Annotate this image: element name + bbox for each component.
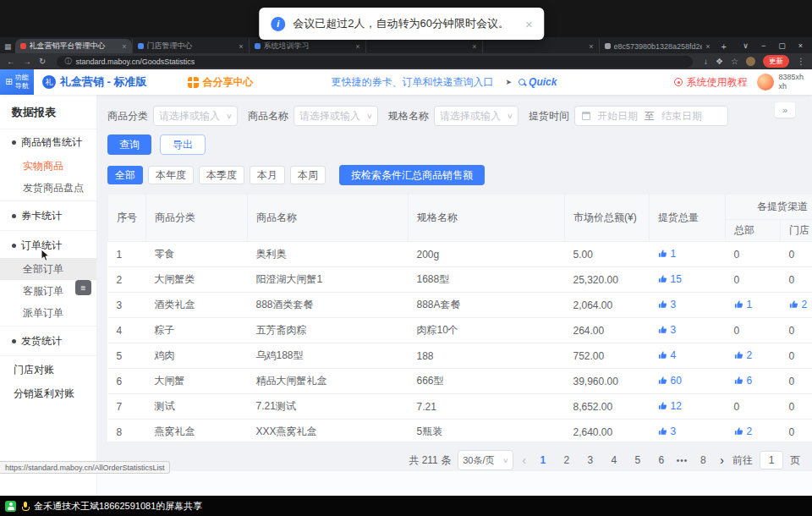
sidebar-group-voucher-stats[interactable]: 券卡统计 — [0, 203, 96, 228]
pickup-count-link[interactable]: 4 — [658, 349, 677, 361]
browser-tab[interactable]: × — [365, 39, 482, 53]
browser-app-icon[interactable]: ▦ — [4, 42, 12, 51]
spec-select[interactable]: 请选择或输入 ∨ — [434, 106, 518, 126]
browser-tab[interactable]: 系统培训学习 × — [249, 39, 365, 53]
quick-entry[interactable]: 更快捷的券卡、订单和快递查询入口 ➤ Quick — [332, 75, 557, 90]
browser-profile-avatar[interactable] — [746, 57, 755, 66]
cell-name: 乌鸡188型 — [248, 343, 409, 369]
page-size-select[interactable]: 30条/页 ∨ — [458, 450, 513, 470]
download-icon[interactable]: ↓ — [704, 57, 708, 66]
range-tab-year[interactable]: 本年度 — [148, 166, 194, 184]
date-start-placeholder: 开始日期 — [597, 109, 638, 124]
reload-icon[interactable]: ↻ — [39, 57, 46, 66]
cell-hq: 0 — [726, 394, 781, 420]
sidebar-section-title: 数据报表 — [0, 95, 96, 129]
site-info-icon[interactable]: ⓘ — [64, 57, 71, 66]
col-category: 商品分类 — [146, 195, 248, 242]
pickup-count-link[interactable]: 3 — [658, 324, 677, 336]
range-tab-month[interactable]: 本月 — [250, 166, 285, 184]
tab-favicon — [255, 43, 261, 49]
filter-spec: 规格名称 请选择或输入 ∨ — [388, 106, 518, 126]
range-tab-week[interactable]: 本周 — [290, 166, 326, 184]
chevron-down-icon: ∨ — [226, 113, 233, 120]
prev-page-button[interactable]: ‹ — [520, 453, 528, 467]
tutorial-link[interactable]: 系统使用教程 — [674, 75, 747, 90]
cell-total: 2,064.00 — [565, 293, 650, 318]
address-bar[interactable]: ⓘ standard.maboy.cn/GoodsStatistics — [57, 56, 693, 68]
hq-count-link[interactable]: 2 — [734, 425, 753, 437]
browser-tab[interactable]: 礼盒营销平台管理中心 × — [15, 39, 132, 53]
range-tab-all[interactable]: 全部 — [107, 166, 143, 184]
gift-icon — [188, 77, 199, 88]
hq-count-link[interactable]: 2 — [734, 349, 753, 361]
browser-menu-icon[interactable]: ⋮ — [797, 57, 805, 66]
sidebar-item-rebate-reconciliation[interactable]: 分销返利对账 — [0, 382, 96, 405]
col-market-total: 市场价总额(¥) — [565, 195, 650, 242]
browser-tab[interactable]: × — [482, 39, 599, 53]
page-button-5[interactable]: 5 — [629, 454, 646, 466]
pages-ellipsis[interactable]: ••• — [677, 456, 689, 465]
bookmark-star-icon[interactable]: ☆ — [731, 57, 738, 66]
sidebar-item-shipped-goods-check[interactable]: 发货商品盘点 — [0, 177, 96, 199]
window-minimize-button[interactable]: − — [761, 41, 765, 50]
page-button-1[interactable]: 1 — [535, 454, 551, 466]
pickup-count-link[interactable]: 60 — [658, 375, 682, 387]
new-tab-button[interactable]: + — [721, 41, 727, 52]
page-button-3[interactable]: 3 — [582, 454, 599, 466]
tab-search-chevron-icon[interactable]: ∨ — [743, 41, 749, 50]
summary-button[interactable]: 按检索条件汇总商品销售额 — [339, 165, 485, 185]
hq-count-link[interactable]: 1 — [734, 299, 753, 310]
back-icon[interactable]: ← — [7, 57, 15, 66]
page-button-6[interactable]: 6 — [653, 454, 670, 466]
close-icon[interactable]: × — [525, 17, 533, 31]
window-maximize-button[interactable]: ▢ — [778, 41, 786, 50]
date-range-picker[interactable]: 开始日期 至 结束日期 — [574, 106, 728, 126]
sidebar-group-goods-sales-stats[interactable]: 商品销售统计 — [0, 129, 96, 155]
query-button[interactable]: 查询 — [107, 134, 151, 155]
tab-close-icon[interactable]: × — [122, 42, 126, 51]
page-button-2[interactable]: 2 — [558, 454, 575, 466]
sidebar-item-store-reconciliation[interactable]: 门店对账 — [0, 358, 96, 382]
cell-spec: 200g — [409, 242, 565, 267]
tab-close-icon[interactable]: × — [705, 42, 710, 51]
tab-title: 门店管理中心 — [147, 41, 236, 52]
tab-close-icon[interactable]: × — [239, 42, 243, 51]
browser-tab[interactable]: e8c573980b1328a258fd2e6l × — [599, 39, 716, 53]
panel-collapse-button[interactable]: » — [775, 102, 795, 118]
sidebar-item-dispatch-orders[interactable]: 派单订单 — [0, 302, 96, 324]
cell-name: 7.21测试 — [248, 394, 409, 420]
browser-update-button[interactable]: 更新 — [763, 55, 789, 68]
pickup-count-link[interactable]: 12 — [658, 400, 682, 412]
bullet-icon — [12, 214, 16, 218]
hq-count-link[interactable]: 6 — [734, 375, 753, 387]
sidebar-group-shipping-stats[interactable]: 发货统计 — [0, 328, 96, 354]
sidebar-item-physical-goods[interactable]: 实物商品 — [0, 155, 96, 177]
forward-icon[interactable]: → — [23, 57, 31, 66]
pickup-count-link[interactable]: 1 — [658, 248, 677, 260]
page-button-8[interactable]: 8 — [694, 454, 711, 466]
page-button-4[interactable]: 4 — [606, 454, 623, 466]
next-page-button[interactable]: › — [718, 453, 726, 467]
store-count-link[interactable]: 2 — [789, 299, 808, 310]
extensions-icon[interactable]: ❖ — [716, 57, 723, 66]
category-select[interactable]: 请选择或输入 ∨ — [153, 106, 238, 126]
window-close-button[interactable]: × — [798, 41, 803, 50]
filter-label: 规格名称 — [388, 109, 429, 124]
goods-name-select[interactable]: 请选择或输入 ∨ — [294, 106, 378, 126]
export-button[interactable]: 导出 — [160, 134, 206, 155]
tab-close-icon[interactable]: × — [472, 42, 476, 51]
tab-close-icon[interactable]: × — [589, 42, 593, 51]
pickup-count-link[interactable]: 3 — [658, 299, 677, 310]
goto-page-input[interactable] — [760, 451, 783, 469]
user-info[interactable]: 8385xh xh — [778, 73, 804, 91]
browser-tab[interactable]: 门店管理中心 × — [132, 39, 249, 53]
pickup-count-link[interactable]: 3 — [658, 425, 677, 437]
pickup-count-link[interactable]: 15 — [658, 273, 682, 285]
sidebar-collapse-handle[interactable]: ≡ — [75, 280, 91, 295]
share-center-link[interactable]: 合分享中心 — [188, 75, 254, 90]
range-tab-quarter[interactable]: 本季度 — [199, 166, 244, 184]
function-nav-toggle[interactable]: ⊞ 功能导航 — [0, 69, 34, 95]
avatar[interactable] — [757, 74, 774, 91]
tab-close-icon[interactable]: × — [355, 42, 359, 51]
table-row: 4 粽子 五芳斋肉粽 肉粽10个 264.00 3 0 0 — [108, 318, 812, 343]
